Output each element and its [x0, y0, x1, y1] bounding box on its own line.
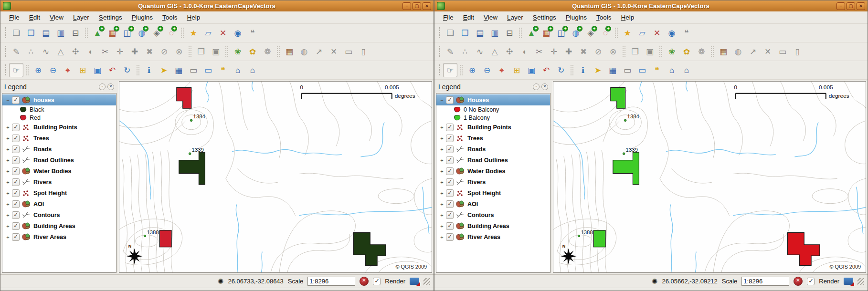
- arrow-diagonal-button[interactable]: ↗: [746, 44, 760, 59]
- legend-layer-building-points[interactable]: +Building Points: [2, 122, 116, 133]
- zoom-to-layer-button[interactable]: ▣: [524, 63, 539, 77]
- expander-toggle[interactable]: +: [5, 135, 11, 141]
- brown-table-button[interactable]: ▦: [716, 44, 730, 59]
- capture-line-button[interactable]: ∿: [473, 44, 487, 59]
- maximize-button[interactable]: [413, 2, 421, 10]
- delete-part-button[interactable]: ⊗: [172, 44, 186, 59]
- minimize-button[interactable]: [402, 2, 411, 10]
- add-vector-layer-button[interactable]: ▲: [524, 26, 539, 40]
- add-gpx-layer-button[interactable]: ◈: [583, 26, 598, 40]
- legend-layer-water-bodies[interactable]: +Water Bodies: [2, 166, 116, 177]
- legend-layer-building-points[interactable]: +Building Points: [436, 122, 550, 133]
- delete-part-button[interactable]: ⊗: [606, 44, 620, 59]
- layer-visibility-checkbox[interactable]: [12, 135, 20, 142]
- menu-layer[interactable]: Layer: [502, 12, 528, 22]
- print-composer-button[interactable]: ⊟: [502, 26, 517, 40]
- stop-render-button[interactable]: [794, 277, 803, 286]
- show-bookmarks-button[interactable]: ▱: [635, 26, 649, 40]
- house-feature-southwest[interactable]: [159, 230, 171, 247]
- toolbar-handle[interactable]: [438, 27, 441, 39]
- layer-visibility-checkbox[interactable]: [446, 233, 454, 241]
- add-gpx-layer-button[interactable]: ◈: [149, 26, 164, 40]
- identify-features-button[interactable]: ℹ: [576, 63, 590, 77]
- legend-layer-building-areas[interactable]: +Building Areas: [2, 220, 116, 231]
- legend-layer-roads[interactable]: +Roads: [2, 144, 116, 155]
- menu-plugins[interactable]: Plugins: [127, 12, 158, 22]
- legend-layer-aoi[interactable]: +AOI: [2, 198, 116, 209]
- expander-toggle[interactable]: +: [439, 201, 445, 207]
- toolbar-handle[interactable]: [438, 45, 441, 58]
- measure-area-button[interactable]: ▭: [635, 63, 649, 77]
- layer-visibility-checkbox[interactable]: [12, 146, 20, 153]
- pan-map-button[interactable]: ☞: [9, 63, 23, 77]
- cut-features-button[interactable]: ✂: [98, 44, 112, 59]
- zoom-in-button[interactable]: ⊕: [465, 63, 479, 77]
- legend-dock-button[interactable]: [533, 83, 540, 90]
- zoom-to-selection-button[interactable]: ⌖: [61, 63, 75, 77]
- layer-visibility-checkbox[interactable]: [446, 178, 454, 186]
- toggle-editing-button[interactable]: ✎: [443, 44, 457, 59]
- legend-layer-river-areas[interactable]: +River Areas: [436, 231, 550, 242]
- move-vertex-button[interactable]: ✛: [547, 44, 561, 59]
- toolbar-handle[interactable]: [4, 27, 7, 39]
- map-tips-button[interactable]: ❝: [650, 63, 664, 77]
- map-canvas[interactable]: 1384 1339 1388 0 0.005 degrees N: [553, 81, 866, 273]
- layer-visibility-checkbox[interactable]: [12, 167, 20, 175]
- legend-layer-spot-height[interactable]: +Spot Height: [436, 187, 550, 198]
- layer-visibility-checkbox[interactable]: [446, 200, 454, 208]
- add-raster-layer-button[interactable]: ▦: [539, 26, 553, 40]
- add-postgis-layer-button[interactable]: ◫: [554, 26, 568, 40]
- print-composer-button[interactable]: ⊟: [68, 26, 83, 40]
- flower-gray-button[interactable]: ❁: [694, 44, 709, 59]
- layer-visibility-checkbox[interactable]: [446, 211, 454, 219]
- capture-point-button[interactable]: ∴: [458, 44, 472, 59]
- legend-close-button[interactable]: [541, 83, 548, 90]
- new-bookmark-button[interactable]: ★: [186, 26, 201, 40]
- expander-toggle[interactable]: +: [5, 223, 11, 229]
- paste-features-button[interactable]: ▣: [209, 44, 223, 59]
- pan-map-button[interactable]: ☞: [443, 63, 457, 77]
- menu-view[interactable]: View: [45, 12, 68, 22]
- identify-features-button[interactable]: ℹ: [142, 63, 156, 77]
- expander-toggle[interactable]: +: [5, 190, 11, 196]
- add-wfs-layer-button[interactable]: ◌: [598, 26, 613, 40]
- home-page-2-button[interactable]: ⌂: [679, 63, 694, 77]
- gray-pot-button[interactable]: ◍: [297, 44, 311, 59]
- layer-visibility-checkbox[interactable]: [446, 222, 454, 230]
- frame-2-button[interactable]: ▯: [790, 44, 804, 59]
- close-button[interactable]: [857, 2, 865, 10]
- delete-ring-button[interactable]: ⊘: [591, 44, 605, 59]
- expander-toggle[interactable]: +: [439, 168, 445, 174]
- menu-settings[interactable]: Settings: [94, 12, 127, 22]
- zoom-to-selection-button[interactable]: ⌖: [495, 63, 509, 77]
- paste-features-button[interactable]: ▣: [643, 44, 657, 59]
- toolbar-handle[interactable]: [4, 45, 7, 58]
- scale-input[interactable]: [741, 277, 789, 286]
- save-project-button[interactable]: ▤: [473, 26, 487, 40]
- legend-layer-roads[interactable]: +Roads: [436, 144, 550, 155]
- map-refresh-button[interactable]: ↻: [120, 63, 134, 77]
- legend-layer-trees[interactable]: +Trees: [2, 133, 116, 144]
- menu-settings[interactable]: Settings: [528, 12, 561, 22]
- zoom-in-button[interactable]: ⊕: [31, 63, 45, 77]
- menu-tools[interactable]: Tools: [158, 12, 182, 22]
- move-vertex-button[interactable]: ✛: [113, 44, 127, 59]
- map-refresh-button[interactable]: ↻: [554, 63, 568, 77]
- brown-table-button[interactable]: ▦: [282, 44, 296, 59]
- delete-vertex-button[interactable]: ✖: [576, 44, 591, 59]
- expander-toggle[interactable]: −: [5, 97, 11, 103]
- resize-grip[interactable]: [857, 278, 864, 285]
- layer-visibility-checkbox[interactable]: [446, 156, 454, 164]
- expander-toggle[interactable]: +: [439, 190, 445, 196]
- flower-gray-button[interactable]: ❁: [260, 44, 275, 59]
- add-raster-layer-button[interactable]: ▦: [105, 26, 119, 40]
- cut-features-button[interactable]: ✂: [532, 44, 546, 59]
- flower-star-button[interactable]: ✿: [245, 44, 260, 59]
- frame-button[interactable]: ▭: [341, 44, 356, 59]
- legend-layer-spot-height[interactable]: +Spot Height: [2, 187, 116, 198]
- scale-input[interactable]: [307, 277, 355, 286]
- expander-toggle[interactable]: +: [5, 234, 11, 240]
- layer-visibility-checkbox[interactable]: [12, 156, 20, 164]
- node-tool-button[interactable]: ◖: [517, 44, 531, 59]
- layer-visibility-checkbox[interactable]: [12, 233, 20, 241]
